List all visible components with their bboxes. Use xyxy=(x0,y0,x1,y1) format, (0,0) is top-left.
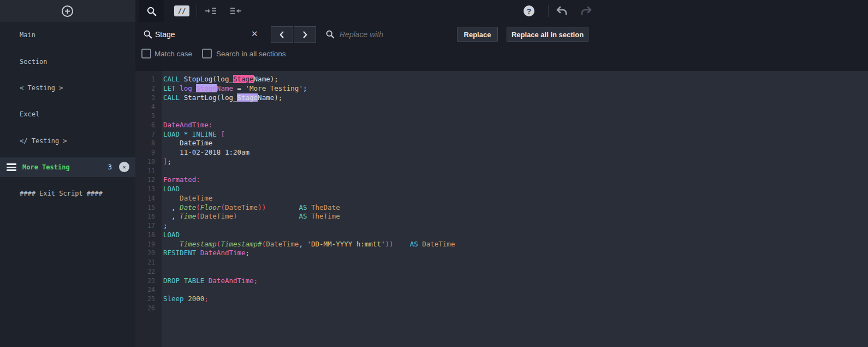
match-case-label: Match case xyxy=(154,50,192,58)
previous-match-button[interactable] xyxy=(271,26,293,43)
code-line: DROP TABLE DateAndTime; xyxy=(163,277,868,286)
code-line xyxy=(163,167,868,176)
sidebar-item-testing[interactable]: < Testing > xyxy=(0,75,135,101)
sidebar-item-label: Excel xyxy=(20,110,39,118)
sections-panel-header xyxy=(0,0,135,22)
line-number: 21 xyxy=(135,258,155,267)
code-line xyxy=(163,111,868,121)
line-number: 10 xyxy=(135,157,155,167)
close-icon: ✕ xyxy=(251,29,258,38)
replace-all-button[interactable]: Replace all in section xyxy=(507,27,588,42)
help-icon: ? xyxy=(527,7,531,15)
line-number-gutter: 1234567891011121314151617181920212223242… xyxy=(135,71,162,347)
line-number: 11 xyxy=(135,167,155,176)
search-icon xyxy=(146,6,157,16)
sidebar-item-section[interactable]: Section xyxy=(0,48,135,74)
line-number: 23 xyxy=(135,277,155,286)
undo-button[interactable] xyxy=(556,6,568,18)
toolbar-divider xyxy=(548,5,549,17)
sidebar-item-label: More Testing xyxy=(22,163,70,171)
search-icon xyxy=(143,30,152,41)
match-case-checkbox[interactable] xyxy=(141,49,151,58)
comment-icon: // xyxy=(178,7,186,15)
script-editor: 1234567891011121314151617181920212223242… xyxy=(135,71,868,347)
next-match-button[interactable] xyxy=(294,26,316,43)
code-line: Timestamp(Timestamp#(DateTime, 'DD-MM-YY… xyxy=(163,240,868,249)
sidebar-item-more-testing[interactable]: More Testing3✕ xyxy=(0,157,135,177)
indent-button[interactable] xyxy=(205,7,217,17)
match-count-badge: 3 xyxy=(108,163,112,171)
drag-handle-icon[interactable] xyxy=(7,163,16,171)
search-input[interactable] xyxy=(155,28,248,41)
code-line: RESIDENT DateAndTime; xyxy=(163,249,868,258)
line-number: 18 xyxy=(135,231,155,240)
replace-input[interactable] xyxy=(340,28,449,41)
line-number: 20 xyxy=(135,249,155,258)
sections-sidebar: MainSection< Testing >Excel</ Testing >M… xyxy=(0,22,135,347)
code-line: DateTime xyxy=(163,139,868,148)
sidebar-item-label: #### Exit Script #### xyxy=(20,190,103,197)
top-toolbar: // xyxy=(0,0,868,22)
code-line: CALL StartLog(log_StageName); xyxy=(163,93,868,103)
sidebar-item-label: </ Testing > xyxy=(20,137,67,145)
add-section-button[interactable] xyxy=(61,5,74,17)
all-sections-checkbox[interactable] xyxy=(202,49,212,58)
redo-button[interactable] xyxy=(580,6,592,18)
current-match-highlight: Stage xyxy=(233,75,254,83)
search-tool-button[interactable] xyxy=(139,0,164,22)
code-line: CALL StopLog(log_StageName); xyxy=(163,75,868,84)
code-line xyxy=(163,258,868,267)
sidebar-item-label: < Testing > xyxy=(20,84,63,92)
toggle-comment-button[interactable]: // xyxy=(174,5,189,16)
outdent-button[interactable] xyxy=(230,7,242,17)
replace-button-label: Replace xyxy=(464,31,491,39)
code-line: 11-02-2018 1:20am xyxy=(163,148,868,157)
code-line xyxy=(163,304,868,313)
line-number: 22 xyxy=(135,267,155,277)
line-number: 25 xyxy=(135,295,155,304)
line-number: 15 xyxy=(135,203,155,213)
plus-circle-icon xyxy=(61,5,74,17)
line-number: 7 xyxy=(135,130,155,139)
code-area[interactable]: CALL StopLog(log_StageName);LET log_Stag… xyxy=(162,71,868,347)
chevron-right-icon xyxy=(302,31,308,39)
code-line: Formated: xyxy=(163,175,868,185)
sidebar-item-exit-script[interactable]: #### Exit Script #### xyxy=(0,180,135,207)
sidebar-item-label: Main xyxy=(20,31,35,39)
code-line: ]; xyxy=(163,157,868,167)
line-number: 26 xyxy=(135,304,155,313)
sidebar-items: MainSection< Testing >Excel</ Testing >M… xyxy=(0,22,135,207)
sidebar-item-testing[interactable]: </ Testing > xyxy=(0,128,135,154)
code-line: DateTime xyxy=(163,194,868,203)
undo-icon xyxy=(556,6,568,16)
match-highlight: Stage xyxy=(237,93,258,102)
editor-toolbar: // xyxy=(135,0,868,22)
line-number: 17 xyxy=(135,221,155,231)
sidebar-item-excel[interactable]: Excel xyxy=(0,101,135,127)
sidebar-item-label: Section xyxy=(20,58,47,66)
code-line: , Date(Floor(DateTime)) AS TheDate xyxy=(163,203,868,213)
code-line: LOAD xyxy=(163,231,868,240)
replace-search-icon xyxy=(325,30,335,41)
clear-search-button[interactable]: ✕ xyxy=(251,29,258,39)
line-number: 16 xyxy=(135,212,155,221)
search-replace-bar: ✕ Replace Replace all in section Match c… xyxy=(135,22,868,71)
line-number: 19 xyxy=(135,240,155,249)
toolbar-divider xyxy=(197,5,197,17)
code-line xyxy=(163,285,868,295)
outdent-icon xyxy=(230,7,242,15)
help-button[interactable]: ? xyxy=(524,5,534,16)
line-number: 2 xyxy=(135,84,155,93)
line-number: 8 xyxy=(135,139,155,148)
line-number: 6 xyxy=(135,121,155,130)
chevron-left-icon xyxy=(279,31,285,39)
sidebar-item-main[interactable]: Main xyxy=(0,22,135,48)
code-line: , Time(DateTime) AS TheTime xyxy=(163,212,868,221)
all-sections-label: Search in all sections xyxy=(216,50,286,58)
code-line: LOAD xyxy=(163,185,868,194)
replace-button[interactable]: Replace xyxy=(457,27,498,42)
close-search-icon[interactable]: ✕ xyxy=(119,162,129,172)
code-line xyxy=(163,102,868,111)
line-number: 3 xyxy=(135,93,155,103)
line-number: 1 xyxy=(135,75,155,84)
